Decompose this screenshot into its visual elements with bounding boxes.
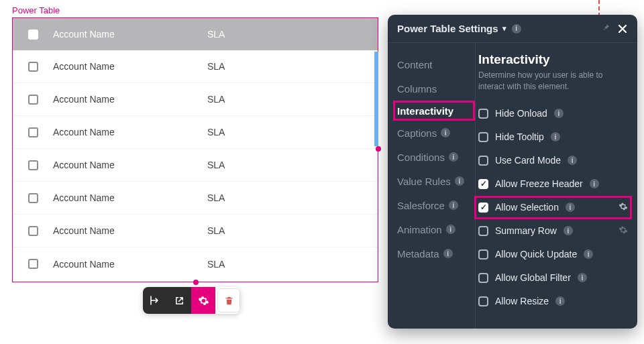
cell-sla: SLA: [207, 61, 301, 72]
pin-icon[interactable]: [601, 23, 610, 34]
sidebar-item-salesforce[interactable]: Salesforcei: [397, 193, 475, 217]
option-label: Use Card Mode: [495, 155, 561, 166]
cell-sla: SLA: [207, 127, 301, 137]
cell-account-name: Account Name: [53, 225, 207, 236]
sidebar-item-label: Value Rules: [397, 176, 451, 187]
sidebar-item-animation[interactable]: Animationi: [397, 217, 475, 241]
header-sla[interactable]: SLA: [207, 29, 301, 40]
sidebar-item-metadata[interactable]: Metadatai: [397, 241, 475, 266]
checkbox[interactable]: [478, 132, 488, 142]
settings-sidebar: ContentColumnsInteractivityCaptionsiCond…: [388, 43, 475, 329]
align-left-icon: [150, 295, 160, 306]
option-label: Allow Freeze Header: [495, 178, 583, 189]
table-row[interactable]: Account NameSLA: [13, 182, 378, 215]
cell-account-name: Account Name: [53, 259, 207, 270]
option-use-card-mode[interactable]: Use Card Modei: [478, 149, 628, 172]
sidebar-item-interactivity[interactable]: Interactivity: [393, 101, 475, 121]
sidebar-item-content[interactable]: Content: [397, 52, 475, 76]
close-button[interactable]: [617, 23, 628, 34]
floating-toolbar: [143, 287, 240, 314]
row-checkbox[interactable]: [28, 160, 38, 170]
select-all-checkbox[interactable]: [28, 30, 38, 40]
row-checkbox[interactable]: [28, 226, 38, 236]
table-row[interactable]: Account NameSLA: [13, 215, 378, 247]
option-allow-freeze-header[interactable]: ✓Allow Freeze Headeri: [478, 172, 628, 196]
checkbox[interactable]: [478, 226, 488, 236]
option-summary-row[interactable]: Summary Rowi: [478, 219, 628, 243]
table-header-row: Account Name SLA: [13, 18, 378, 50]
chevron-down-icon[interactable]: ▾: [502, 24, 506, 33]
checkbox[interactable]: [478, 296, 488, 306]
cell-account-name: Account Name: [53, 192, 207, 203]
sidebar-item-label: Conditions: [397, 152, 445, 163]
option-hide-tooltip[interactable]: Hide Tooltipi: [478, 125, 628, 149]
row-checkbox[interactable]: [28, 193, 38, 203]
component-label: Power Table: [12, 5, 60, 15]
option-allow-resize[interactable]: Allow Resizei: [478, 290, 628, 313]
align-button[interactable]: [143, 287, 167, 314]
info-icon[interactable]: i: [564, 226, 573, 235]
checkbox[interactable]: ✓: [478, 203, 488, 213]
sidebar-item-columns[interactable]: Columns: [397, 76, 475, 101]
delete-button[interactable]: [217, 288, 240, 312]
row-checkbox[interactable]: [28, 95, 38, 105]
power-table[interactable]: Account Name SLA Account NameSLAAccount …: [12, 17, 378, 282]
info-icon[interactable]: i: [578, 273, 587, 282]
header-account-name[interactable]: Account Name: [53, 29, 207, 40]
table-row[interactable]: Account NameSLA: [13, 116, 378, 149]
cell-account-name: Account Name: [53, 94, 207, 105]
sidebar-item-label: Captions: [397, 127, 437, 139]
gear-icon[interactable]: [619, 225, 628, 237]
option-allow-global-filter[interactable]: Allow Global Filteri: [478, 266, 628, 290]
panel-header: Power Table Settings ▾ i: [388, 15, 637, 43]
checkbox[interactable]: [478, 249, 488, 260]
info-icon[interactable]: i: [554, 109, 564, 118]
panel-title[interactable]: Power Table Settings: [397, 23, 498, 34]
gear-icon[interactable]: [619, 202, 628, 213]
info-icon[interactable]: i: [584, 249, 593, 259]
table-row[interactable]: Account NameSLA: [13, 149, 378, 182]
table-row[interactable]: Account NameSLA: [13, 50, 378, 83]
info-icon[interactable]: i: [551, 132, 560, 141]
selection-marker: [374, 52, 378, 146]
info-icon[interactable]: i: [566, 203, 575, 212]
checkbox[interactable]: [478, 273, 488, 283]
info-icon[interactable]: i: [568, 156, 577, 165]
trash-icon: [224, 296, 234, 306]
row-checkbox[interactable]: [28, 259, 38, 269]
info-icon[interactable]: i: [555, 296, 565, 306]
info-icon[interactable]: i: [449, 152, 458, 162]
checkbox[interactable]: [478, 109, 488, 119]
info-icon[interactable]: i: [455, 176, 464, 186]
sidebar-item-value-rules[interactable]: Value Rulesi: [397, 169, 475, 193]
checkbox[interactable]: ✓: [478, 179, 488, 189]
sidebar-item-label: Content: [397, 59, 433, 70]
info-icon[interactable]: i: [449, 200, 458, 210]
option-hide-onload[interactable]: Hide Onloadi: [478, 102, 628, 125]
header-checkbox-cell: [13, 30, 53, 40]
sidebar-item-label: Animation: [397, 224, 442, 235]
settings-button[interactable]: [191, 287, 215, 314]
row-checkbox[interactable]: [28, 127, 38, 137]
open-button[interactable]: [167, 287, 191, 314]
sidebar-item-label: Columns: [397, 83, 437, 95]
option-allow-quick-update[interactable]: Allow Quick Updatei: [478, 243, 628, 266]
row-checkbox-cell: [13, 259, 53, 269]
sidebar-item-label: Interactivity: [397, 105, 453, 117]
resize-grip-bottom[interactable]: [193, 280, 199, 285]
sidebar-item-conditions[interactable]: Conditionsi: [397, 145, 475, 169]
option-allow-selection[interactable]: ✓Allow Selectioni: [474, 196, 632, 219]
info-icon[interactable]: i: [441, 128, 450, 137]
resize-grip-right[interactable]: [376, 146, 381, 152]
info-icon[interactable]: i: [446, 225, 455, 234]
info-icon[interactable]: i: [512, 24, 521, 34]
table-row[interactable]: Account NameSLA: [13, 247, 378, 280]
info-icon[interactable]: i: [590, 179, 599, 188]
section-heading: Interactivity: [478, 52, 628, 67]
option-label: Allow Resize: [495, 296, 549, 306]
table-row[interactable]: Account NameSLA: [13, 83, 378, 116]
sidebar-item-captions[interactable]: Captionsi: [397, 121, 475, 145]
row-checkbox[interactable]: [28, 62, 38, 72]
checkbox[interactable]: [478, 156, 488, 166]
info-icon[interactable]: i: [443, 249, 453, 258]
